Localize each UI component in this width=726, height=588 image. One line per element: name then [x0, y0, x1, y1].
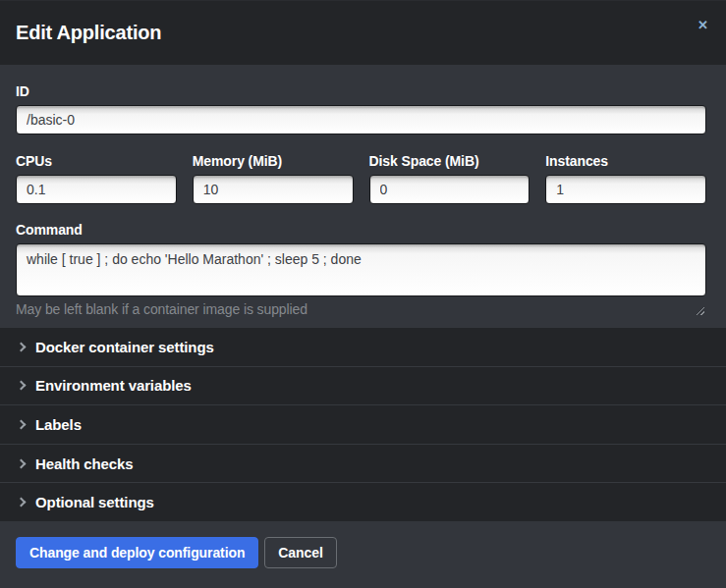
command-textarea[interactable]: while [ true ] ; do echo 'Hello Marathon… [16, 243, 706, 296]
modal-form-body: ID CPUs Memory (MiB) Disk Space (MiB) In… [0, 65, 726, 328]
instances-field-group: Instances [545, 154, 706, 204]
id-label: ID [16, 84, 706, 99]
section-environment-variables[interactable]: Environment variables [0, 366, 726, 405]
cancel-button[interactable]: Cancel [264, 537, 336, 568]
chevron-right-icon [17, 458, 27, 468]
command-help-text: May be left blank if a container image i… [16, 301, 706, 317]
disk-space-input[interactable] [369, 175, 531, 204]
disk-field-group: Disk Space (MiB) [369, 154, 531, 204]
chevron-right-icon [17, 342, 27, 351]
section-label: Optional settings [35, 494, 154, 510]
edit-application-modal: Edit Application ✕ ID CPUs Memory (MiB) … [0, 0, 726, 588]
modal-footer: Change and deploy configuration Cancel [0, 521, 726, 588]
modal-header: Edit Application ✕ [0, 1, 726, 65]
section-health-checks[interactable]: Health checks [0, 444, 726, 483]
memory-input[interactable] [193, 175, 354, 204]
collapsible-sections: Docker container settings Environment va… [0, 328, 726, 521]
chevron-right-icon [17, 381, 27, 391]
modal-title: Edit Application [16, 22, 161, 44]
section-labels[interactable]: Labels [0, 404, 726, 444]
command-label: Command [16, 223, 706, 238]
section-label: Labels [35, 416, 82, 433]
section-label: Health checks [35, 455, 134, 472]
instances-label: Instances [545, 154, 706, 169]
section-optional-settings[interactable]: Optional settings [0, 482, 726, 521]
cpus-field-group: CPUs [16, 154, 177, 204]
chevron-right-icon [17, 498, 27, 508]
change-and-deploy-button[interactable]: Change and deploy configuration [16, 537, 258, 568]
section-label: Environment variables [35, 377, 192, 394]
memory-field-group: Memory (MiB) [193, 154, 354, 204]
id-field-group: ID [16, 84, 706, 134]
section-docker-container-settings[interactable]: Docker container settings [0, 328, 726, 366]
command-field-group: Command while [ true ] ; do echo 'Hello … [16, 223, 706, 317]
section-label: Docker container settings [35, 339, 214, 355]
instances-input[interactable] [545, 175, 706, 204]
chevron-right-icon [17, 420, 27, 430]
disk-space-label: Disk Space (MiB) [369, 154, 531, 169]
cpus-input[interactable] [16, 175, 177, 204]
memory-label: Memory (MiB) [193, 154, 354, 169]
cpus-label: CPUs [16, 154, 177, 169]
resources-row: CPUs Memory (MiB) Disk Space (MiB) Insta… [16, 154, 706, 204]
close-icon[interactable]: ✕ [694, 15, 712, 35]
id-input[interactable] [16, 105, 706, 134]
